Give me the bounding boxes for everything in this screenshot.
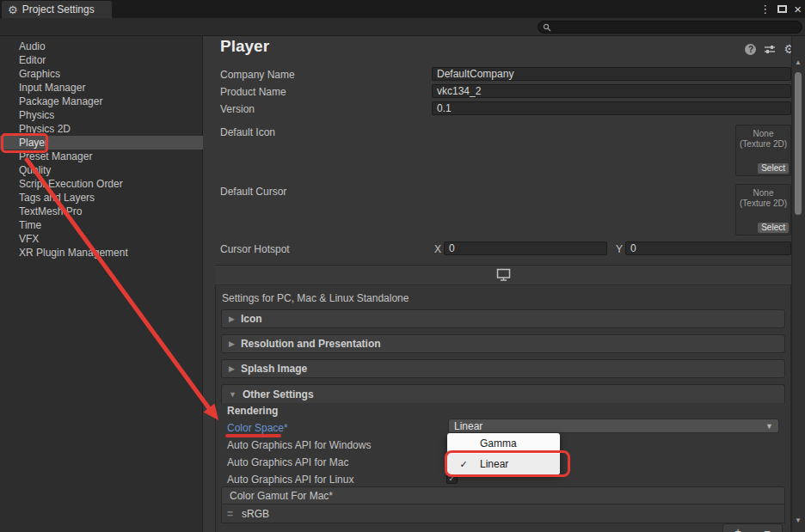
hotspot-x-input[interactable]: 0 bbox=[444, 242, 607, 255]
sidebar-item-preset-manager[interactable]: Preset Manager bbox=[0, 150, 203, 163]
menu-item-gamma[interactable]: Gamma bbox=[447, 433, 560, 454]
section-splash-image[interactable]: ▶ Splash Image bbox=[221, 359, 785, 378]
platform-settings-caption: Settings for PC, Mac & Linux Standalone bbox=[222, 292, 409, 304]
platform-tab-strip bbox=[215, 266, 791, 285]
header-icons: ? ⚙ bbox=[745, 43, 795, 55]
sidebar-item-script-execution-order[interactable]: Script Execution Order bbox=[0, 177, 203, 191]
sidebar-item-textmesh-pro[interactable]: TextMesh Pro bbox=[0, 205, 203, 218]
maximize-icon[interactable] bbox=[777, 5, 787, 13]
section-other-settings-label: Other Settings bbox=[243, 388, 314, 401]
vertical-scrollbar-thumb[interactable] bbox=[795, 72, 802, 215]
menu-item-linear-label: Linear bbox=[480, 458, 508, 470]
auto-graphics-api-linux-label: Auto Graphics API for Linux bbox=[227, 474, 353, 486]
sidebar-item-editor[interactable]: Editor bbox=[0, 53, 203, 67]
chevron-down-icon: ▼ bbox=[229, 390, 237, 399]
settings-gear-icon: ⚙ bbox=[8, 4, 18, 15]
color-gamut-header[interactable]: Color Gamut For Mac* bbox=[221, 486, 785, 504]
section-resolution-label: Resolution and Presentation bbox=[241, 338, 381, 350]
close-icon[interactable]: × bbox=[794, 2, 802, 16]
sidebar-item-physics[interactable]: Physics bbox=[0, 108, 203, 122]
section-icon[interactable]: ▶ Icon bbox=[221, 309, 785, 328]
add-gamut-button[interactable]: + bbox=[734, 525, 741, 532]
page-title: Player bbox=[220, 37, 269, 56]
color-space-dropdown[interactable]: Linear ▼ bbox=[448, 419, 779, 433]
sidebar-item-physics-2d[interactable]: Physics 2D bbox=[0, 122, 203, 136]
menu-item-gamma-label: Gamma bbox=[480, 437, 517, 449]
product-name-input[interactable]: vkc134_2 bbox=[432, 84, 791, 98]
color-space-value: Linear bbox=[454, 420, 482, 432]
default-icon-label: Default Icon bbox=[220, 126, 275, 138]
remove-gamut-button[interactable]: − bbox=[764, 525, 771, 532]
sidebar-item-quality[interactable]: Quality bbox=[0, 163, 203, 177]
default-icon-select-button[interactable]: Select bbox=[758, 163, 789, 174]
product-name-label: Product Name bbox=[220, 86, 286, 98]
default-icon-none-line1: None bbox=[736, 129, 790, 139]
sidebar-item-player[interactable]: Player bbox=[0, 136, 203, 150]
sidebar-item-tags-and-layers[interactable]: Tags and Layers bbox=[0, 191, 203, 205]
company-name-label: Company Name bbox=[220, 69, 295, 81]
hotspot-y-label: Y bbox=[616, 243, 623, 255]
search-box[interactable] bbox=[538, 21, 802, 34]
dropdown-caret-icon: ▼ bbox=[765, 422, 773, 431]
color-space-label[interactable]: Color Space* bbox=[227, 422, 288, 434]
auto-graphics-api-windows-label: Auto Graphics API for Windows bbox=[227, 439, 371, 451]
default-icon-picker[interactable]: None (Texture 2D) Select bbox=[735, 125, 791, 176]
color-space-menu: Gamma ✓ Linear bbox=[447, 433, 560, 474]
chevron-right-icon: ▶ bbox=[229, 364, 235, 373]
color-gamut-list-footer: + − bbox=[722, 523, 783, 532]
rendering-group-label: Rendering bbox=[227, 405, 278, 417]
sidebar-item-audio[interactable]: Audio bbox=[0, 40, 203, 53]
section-splash-label: Splash Image bbox=[241, 363, 307, 375]
scroll-up-icon[interactable]: ▲ bbox=[791, 58, 805, 66]
company-name-input[interactable]: DefaultCompany bbox=[432, 67, 791, 81]
default-cursor-select-button[interactable]: Select bbox=[758, 223, 789, 233]
settings-sidebar: Audio Editor Graphics Input Manager Pack… bbox=[0, 36, 203, 532]
window-title: Project Settings bbox=[22, 3, 95, 15]
sidebar-item-input-manager[interactable]: Input Manager bbox=[0, 81, 203, 95]
section-icon-label: Icon bbox=[241, 313, 262, 325]
sidebar-item-xr-plugin-management[interactable]: XR Plugin Management bbox=[0, 246, 203, 260]
default-cursor-picker[interactable]: None (Texture 2D) Select bbox=[735, 184, 791, 235]
default-cursor-label: Default Cursor bbox=[220, 186, 286, 198]
color-gamut-item-row[interactable]: = sRGB bbox=[221, 504, 785, 523]
checkmark-icon: ✓ bbox=[447, 459, 480, 470]
window-menu-icon[interactable]: ⋮ bbox=[759, 3, 771, 15]
color-gamut-header-label: Color Gamut For Mac* bbox=[230, 490, 333, 502]
cursor-hotspot-label: Cursor Hotspot bbox=[220, 243, 290, 255]
menu-item-linear[interactable]: ✓ Linear bbox=[447, 454, 560, 474]
sidebar-item-time[interactable]: Time bbox=[0, 218, 203, 232]
sidebar-item-package-manager[interactable]: Package Manager bbox=[0, 95, 203, 108]
search-input[interactable] bbox=[554, 22, 795, 33]
help-icon[interactable]: ? bbox=[745, 44, 756, 55]
title-bar: ⚙ Project Settings ⋮ × bbox=[0, 0, 805, 18]
scroll-down-icon[interactable]: ▼ bbox=[791, 517, 805, 524]
chevron-right-icon: ▶ bbox=[229, 339, 235, 348]
default-cursor-none-line2: (Texture 2D) bbox=[736, 199, 790, 209]
auto-graphics-api-mac-label: Auto Graphics API for Mac bbox=[227, 456, 348, 468]
hotspot-y-input[interactable]: 0 bbox=[625, 242, 791, 255]
window-controls: ⋮ × bbox=[759, 0, 802, 18]
version-label: Version bbox=[220, 103, 255, 115]
project-settings-tab[interactable]: ⚙ Project Settings bbox=[2, 1, 112, 18]
color-gamut-item-label: sRGB bbox=[242, 508, 269, 520]
chevron-right-icon: ▶ bbox=[229, 315, 235, 323]
section-other-settings[interactable]: ▼ Other Settings bbox=[221, 384, 785, 403]
hotspot-x-label: X bbox=[434, 243, 441, 255]
standalone-platform-icon[interactable] bbox=[496, 268, 511, 282]
default-cursor-none-line1: None bbox=[736, 188, 790, 199]
drag-handle-icon[interactable]: = bbox=[227, 508, 233, 520]
sidebar-item-vfx[interactable]: VFX bbox=[0, 232, 203, 246]
presets-icon[interactable] bbox=[764, 44, 776, 55]
version-input[interactable]: 0.1 bbox=[432, 101, 791, 115]
section-resolution-and-presentation[interactable]: ▶ Resolution and Presentation bbox=[221, 334, 785, 353]
sidebar-item-graphics[interactable]: Graphics bbox=[0, 67, 203, 81]
search-icon bbox=[543, 23, 551, 32]
default-icon-none-line2: (Texture 2D) bbox=[736, 139, 790, 150]
